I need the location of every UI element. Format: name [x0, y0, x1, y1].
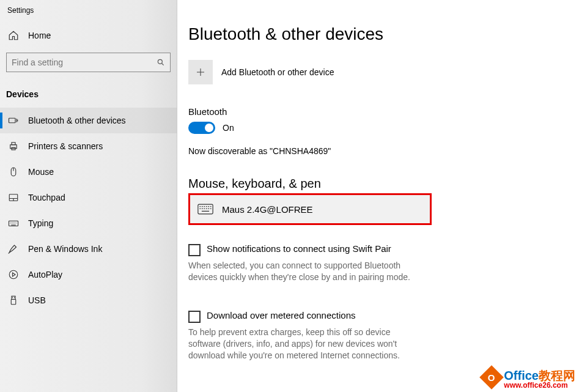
sidebar-nav: Bluetooth & other devices Printers & sca…	[0, 108, 177, 313]
home-label: Home	[28, 31, 51, 40]
svg-rect-11	[198, 204, 213, 214]
search-box[interactable]	[6, 53, 171, 72]
sidebar-item-printers[interactable]: Printers & scanners	[0, 133, 177, 159]
touchpad-icon	[7, 191, 20, 204]
add-device-row[interactable]: Add Bluetooth or other device	[188, 60, 568, 84]
pen-icon	[7, 243, 20, 255]
svg-rect-1	[9, 118, 16, 123]
page-title: Bluetooth & other devices	[188, 24, 568, 44]
sidebar-item-label: Printers & scanners	[28, 141, 103, 151]
printer-icon	[7, 140, 20, 152]
sidebar-item-pen[interactable]: Pen & Windows Ink	[0, 236, 177, 262]
bluetooth-state: On	[223, 123, 234, 133]
plus-icon	[195, 67, 206, 78]
sidebar-item-usb[interactable]: USB	[0, 287, 177, 313]
main-content: Bluetooth & other devices Add Bluetooth …	[177, 0, 579, 392]
mouse-icon	[7, 166, 20, 178]
watermark: O Office教程网 www.office26.com	[483, 369, 575, 390]
add-button[interactable]	[188, 60, 213, 84]
keyboard-device-icon	[197, 204, 213, 215]
svg-rect-2	[10, 145, 17, 149]
sidebar-item-label: Bluetooth & other devices	[28, 116, 126, 125]
sidebar-item-autoplay[interactable]: AutoPlay	[0, 262, 177, 287]
metered-checkbox[interactable]	[188, 311, 201, 323]
usb-icon	[7, 294, 20, 306]
search-input[interactable]	[12, 57, 157, 67]
watermark-brand: Office教程网	[504, 369, 575, 382]
bluetooth-toggle[interactable]	[188, 122, 215, 134]
search-icon	[157, 58, 165, 67]
sidebar-item-bluetooth[interactable]: Bluetooth & other devices	[0, 108, 177, 133]
sidebar-item-touchpad[interactable]: Touchpad	[0, 185, 177, 210]
device-group-title: Mouse, keyboard, & pen	[188, 177, 568, 191]
metered-hint: To help prevent extra charges, keep this…	[188, 327, 421, 361]
sidebar-item-label: Touchpad	[28, 193, 65, 202]
watermark-url: www.office26.com	[504, 382, 575, 389]
svg-point-8	[9, 270, 18, 279]
sidebar-item-label: Typing	[28, 218, 53, 228]
sidebar-item-label: AutoPlay	[28, 270, 62, 279]
add-device-label: Add Bluetooth or other device	[221, 67, 334, 77]
sidebar-item-label: Pen & Windows Ink	[28, 244, 102, 254]
keyboard-icon	[7, 217, 20, 229]
swift-pair-label: Show notifications to connect using Swif…	[207, 243, 391, 254]
device-name: Maus 2.4G@LOFREE	[222, 204, 313, 215]
bluetooth-icon	[7, 114, 20, 127]
discoverable-text: Now discoverable as "CHNSHA4869"	[188, 146, 568, 156]
section-header: Devices	[0, 84, 177, 108]
sidebar-item-typing[interactable]: Typing	[0, 210, 177, 236]
sidebar: Settings Home Devices Bluetooth & other …	[0, 0, 177, 392]
svg-rect-9	[12, 296, 15, 299]
home-link[interactable]: Home	[0, 23, 177, 50]
swift-pair-hint: When selected, you can connect to suppor…	[188, 260, 421, 283]
svg-point-0	[158, 59, 162, 64]
bluetooth-label: Bluetooth	[188, 106, 568, 117]
autoplay-icon	[7, 268, 20, 281]
metered-label: Download over metered connections	[207, 310, 355, 320]
home-icon	[7, 29, 20, 42]
sidebar-item-mouse[interactable]: Mouse	[0, 159, 177, 185]
app-title: Settings	[0, 4, 177, 23]
svg-rect-10	[11, 300, 16, 305]
sidebar-item-label: Mouse	[28, 167, 54, 177]
sidebar-item-label: USB	[28, 295, 46, 305]
swift-pair-checkbox[interactable]	[188, 244, 201, 256]
svg-rect-3	[12, 142, 15, 145]
device-item[interactable]: Maus 2.4G@LOFREE	[188, 193, 432, 225]
watermark-logo: O	[480, 365, 504, 390]
